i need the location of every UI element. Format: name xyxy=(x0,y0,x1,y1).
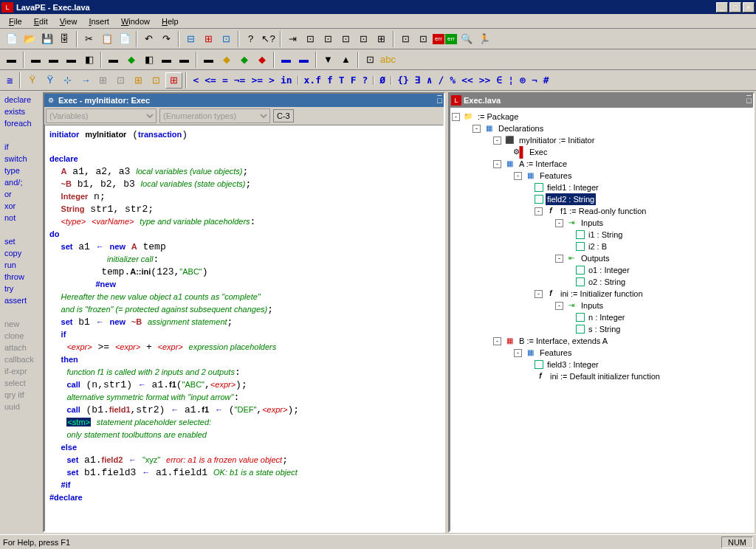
save-all-button[interactable]: 🗄 xyxy=(56,31,73,47)
tree-inputs[interactable]: Inputs xyxy=(580,217,605,229)
operator-9[interactable]: T xyxy=(336,75,348,86)
decl-5[interactable]: ◧ xyxy=(80,52,97,68)
kw-exists[interactable]: exists xyxy=(3,106,38,117)
tree-minimize[interactable]: _ xyxy=(746,91,752,96)
kw-or[interactable]: or xyxy=(3,188,38,200)
op-arrow[interactable]: → xyxy=(77,72,94,89)
err-a[interactable]: err xyxy=(433,34,444,44)
kw-qry itf[interactable]: qry itf xyxy=(3,389,38,401)
dbg-6[interactable]: ⊞ xyxy=(373,31,390,47)
op-col4[interactable]: ⊡ xyxy=(148,72,165,89)
decl-3[interactable]: ▬ xyxy=(45,52,62,68)
op-y1[interactable]: Ÿ xyxy=(24,72,41,89)
decl-15[interactable]: ▬ xyxy=(278,52,295,68)
toggle-b[interactable]: - xyxy=(493,337,501,345)
decl-16[interactable]: ▬ xyxy=(295,52,312,68)
decl-13[interactable]: ◆ xyxy=(236,52,252,68)
menu-help[interactable]: Help xyxy=(156,15,185,27)
operator-22[interactable]: ⊕ xyxy=(517,75,529,86)
kw-copy[interactable]: copy xyxy=(3,247,38,259)
kw-run[interactable]: run xyxy=(3,259,38,271)
tree-ini-n[interactable]: n : Integer xyxy=(587,311,627,323)
kw-switch[interactable]: switch xyxy=(3,153,38,165)
editor-maximize[interactable]: □ xyxy=(437,96,442,105)
tree-b-features[interactable]: Features xyxy=(538,347,573,359)
tree-o1[interactable]: o1 : Integer xyxy=(587,264,631,276)
tree-field2[interactable]: field2 : String xyxy=(546,193,596,205)
tree-b[interactable]: B := Interface, extends A xyxy=(518,335,609,347)
kw-foreach[interactable]: foreach xyxy=(3,117,38,129)
toggle-decl[interactable]: - xyxy=(472,125,481,133)
operator-10[interactable]: F xyxy=(348,75,360,86)
decl-8[interactable]: ◧ xyxy=(140,52,157,68)
kw-callback[interactable]: callback xyxy=(3,353,38,365)
operator-14[interactable]: ∃ xyxy=(412,75,424,86)
menu-file[interactable]: File xyxy=(3,15,28,27)
decl-14[interactable]: ◆ xyxy=(253,52,270,68)
tool-b[interactable]: ⊞ xyxy=(200,31,217,47)
tree-a[interactable]: A := Interface xyxy=(518,158,568,170)
decl-19[interactable]: ⊡ xyxy=(362,52,379,68)
toggle-init[interactable]: - xyxy=(493,137,501,145)
toggle-inputs[interactable]: - xyxy=(555,219,563,227)
op-col3[interactable]: ⊞ xyxy=(130,72,147,89)
tree-f1[interactable]: f1 := Read-only function xyxy=(559,205,648,217)
tree-initiator[interactable]: myInitiator := Initiator xyxy=(518,134,596,146)
op-col2[interactable]: ⊡ xyxy=(112,72,129,89)
operator-15[interactable]: ∧ xyxy=(424,75,436,86)
tree-o2[interactable]: o2 : String xyxy=(587,276,627,288)
dbg-5[interactable]: ⊡ xyxy=(355,31,372,47)
err-b[interactable]: err xyxy=(445,34,457,44)
kw-set[interactable]: set xyxy=(3,235,38,247)
undo-button[interactable]: ↶ xyxy=(140,31,157,47)
operator-12[interactable]: Ø xyxy=(377,75,388,86)
operator-3[interactable]: ¬= xyxy=(231,75,249,86)
tree-package[interactable]: := Package xyxy=(476,111,520,122)
code-editor[interactable]: initiator myInitiator (transaction) decl… xyxy=(44,125,444,531)
decl-4[interactable]: ▬ xyxy=(63,52,80,68)
tree-i2[interactable]: i2 : B xyxy=(587,241,608,252)
menu-edit[interactable]: Edit xyxy=(28,15,54,27)
tool-c[interactable]: ⊡ xyxy=(218,31,235,47)
toggle-outputs[interactable]: - xyxy=(555,255,563,263)
toggle-pkg[interactable]: - xyxy=(452,113,460,121)
decl-7[interactable]: ◆ xyxy=(123,52,140,68)
redo-button[interactable]: ↷ xyxy=(158,31,175,47)
toggle-feat[interactable]: - xyxy=(514,172,522,180)
operator-2[interactable]: = xyxy=(219,75,231,86)
op-y2[interactable]: Ÿ xyxy=(41,72,58,89)
decl-6[interactable]: ▬ xyxy=(105,52,122,68)
dbg-3[interactable]: ⊡ xyxy=(320,31,337,47)
kw-type[interactable]: type xyxy=(3,165,38,176)
operator-13[interactable]: {} xyxy=(394,75,412,86)
operator-7[interactable]: x.f xyxy=(301,75,324,86)
decl-10[interactable]: ▬ xyxy=(176,52,193,68)
toggle-b-feat[interactable]: - xyxy=(514,349,522,357)
tree-title-bar[interactable]: L Exec.lava _ □ × xyxy=(450,94,753,107)
decl-2[interactable]: ▬ xyxy=(27,52,44,68)
tree-maximize[interactable]: □ xyxy=(746,96,752,105)
kw-not[interactable]: not xyxy=(3,212,38,224)
kw-assert[interactable]: assert xyxy=(3,294,38,306)
operator-1[interactable]: <= xyxy=(202,75,219,86)
kw-declare[interactable]: declare xyxy=(3,94,38,106)
kw-clone[interactable]: clone xyxy=(3,330,38,342)
operator-19[interactable]: >> xyxy=(476,75,494,86)
operator-6[interactable]: in xyxy=(278,75,295,86)
tree-features[interactable]: Features xyxy=(538,170,573,182)
operator-4[interactable]: >= xyxy=(248,75,266,86)
decl-11[interactable]: ▬ xyxy=(200,52,217,68)
kw-if-expr[interactable]: if-expr xyxy=(3,365,38,377)
decl-9[interactable]: ▬ xyxy=(158,52,175,68)
decl-12[interactable]: ◆ xyxy=(218,52,235,68)
err-next[interactable]: ⊡ xyxy=(415,31,432,47)
tree-b-field3[interactable]: field3 : Integer xyxy=(546,359,600,370)
tree-outputs[interactable]: Outputs xyxy=(580,252,611,264)
enum-dropdown[interactable]: (Enumeration types) xyxy=(159,108,270,123)
tree-exec[interactable]: Exec xyxy=(528,146,549,158)
operator-0[interactable]: < xyxy=(190,75,202,86)
op-approx[interactable]: ≅ xyxy=(3,75,16,86)
toggle-ini-inputs[interactable]: - xyxy=(555,302,563,310)
operator-18[interactable]: << xyxy=(458,75,476,86)
menu-insert[interactable]: Insert xyxy=(83,15,115,27)
